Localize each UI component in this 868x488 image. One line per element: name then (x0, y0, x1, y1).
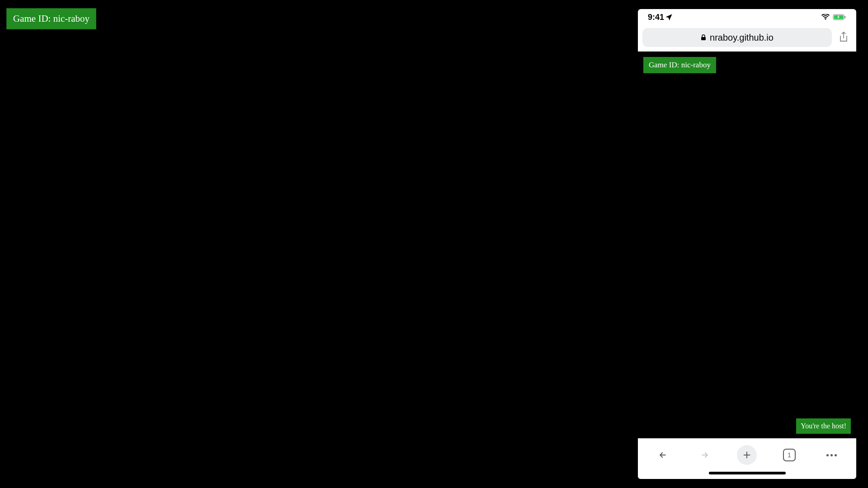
status-bar: 9:41 (638, 9, 856, 25)
svg-rect-3 (701, 37, 706, 40)
status-left: 9:41 (648, 13, 672, 22)
tabs-button[interactable]: 1 (779, 445, 799, 465)
status-time: 9:41 (648, 13, 664, 22)
phone-bottom-chrome: 1 (638, 438, 856, 479)
nav-row: 1 (638, 438, 856, 472)
location-icon (666, 14, 672, 20)
share-button[interactable] (835, 29, 852, 46)
battery-icon (833, 14, 846, 20)
address-bar[interactable]: nraboy.github.io (642, 28, 832, 47)
status-right (821, 14, 846, 20)
svg-rect-2 (844, 16, 845, 19)
phone-game-id-badge: Game ID: nic-raboy (643, 57, 716, 73)
phone-top-chrome: 9:41 (638, 9, 856, 52)
host-badge: You're the host! (796, 418, 851, 434)
more-button[interactable] (821, 445, 841, 465)
back-button[interactable] (653, 445, 673, 465)
phone-content: Game ID: nic-raboy You're the host! (638, 52, 856, 438)
home-indicator[interactable] (709, 472, 786, 474)
more-icon (826, 454, 837, 456)
wifi-icon (821, 14, 830, 20)
forward-button[interactable] (695, 445, 715, 465)
phone-frame: 9:41 (638, 9, 856, 479)
game-id-badge: Game ID: nic-raboy (6, 8, 96, 29)
lock-icon (701, 34, 706, 41)
new-tab-button[interactable] (737, 445, 757, 465)
tabs-count: 1 (783, 449, 796, 461)
address-row: nraboy.github.io (638, 25, 856, 52)
address-url: nraboy.github.io (710, 33, 774, 43)
